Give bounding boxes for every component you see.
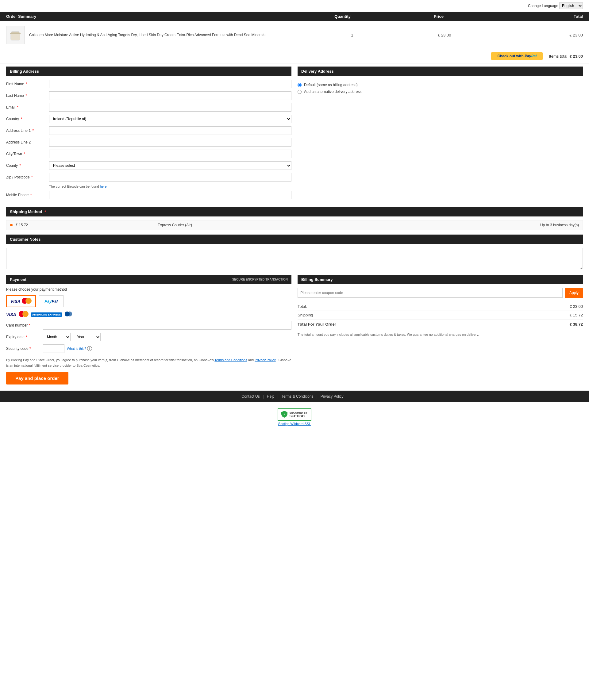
footer-bar: Contact Us | Help | Terms & Conditions |… (0, 391, 589, 402)
footer-sep-2: | (277, 394, 278, 399)
footer-terms-link[interactable]: Terms & Conditions (281, 394, 314, 399)
paypal-logo: PayPal (44, 299, 58, 304)
billing-shipping-line: Shipping € 15.72 (298, 311, 583, 320)
paypal-checkout-button[interactable]: Check out with PayPal (491, 52, 543, 60)
email-required: * (17, 105, 18, 109)
order-summary-header: Order Summary Quantity Price Total (0, 12, 589, 21)
address1-row: Address Line 1 * (6, 126, 291, 135)
footer-sep-4: | (347, 394, 348, 399)
billing-address-header: Billing Address (6, 66, 291, 76)
product-price: € 23.00 (398, 33, 490, 37)
secured-by-badge: S SECURED BY SECTIGO (277, 408, 311, 421)
footer-contact-link[interactable]: Contact Us (241, 394, 259, 399)
phone-row: Mobile Phone * (6, 191, 291, 199)
expiry-month-select[interactable]: Month 010203 040506 070809 101112 (43, 333, 70, 341)
secure-label: SECURE ENCRYPTED TRANSACTION (232, 278, 288, 281)
what-is-this-link[interactable]: What is this? i (67, 346, 92, 351)
phone-label: Mobile Phone * (6, 193, 49, 197)
card-number-input-wrapper (43, 321, 291, 330)
terms-conditions-link[interactable]: Terms and Conditions (214, 358, 247, 362)
last-name-input[interactable] (49, 91, 291, 100)
billing-summary-section: Billing Summary Apply Total: € 23.00 Shi… (298, 275, 583, 384)
expiry-year-select[interactable]: Year 202420252026 2027202820292030 (73, 333, 101, 341)
delivery-address-section: Delivery Address Default (same as billin… (298, 66, 583, 203)
county-required: * (19, 163, 21, 168)
pay-and-place-order-button[interactable]: Pay and place order (6, 372, 68, 384)
expiry-selects: Month 010203 040506 070809 101112 Year 2… (43, 333, 291, 341)
address1-input[interactable] (49, 126, 291, 135)
zip-required: * (31, 175, 33, 180)
shipping-label: Shipping (298, 313, 313, 317)
items-total-label: Items total € 23.00 (549, 54, 583, 59)
first-name-row: First Name * (6, 80, 291, 88)
paypal-method-btn[interactable]: PayPal (39, 295, 63, 307)
county-select[interactable]: Please select Dublin Cork Galway (49, 161, 291, 170)
price-col-header: Price (391, 14, 486, 19)
eircode-hint: The correct Eircode can be found here (49, 185, 291, 188)
customer-notes-textarea[interactable] (6, 248, 583, 269)
shield-icon: S (281, 411, 287, 418)
delivery-alternative-radio[interactable] (298, 90, 302, 94)
card-number-input[interactable] (43, 321, 291, 330)
eircode-link[interactable]: here (100, 185, 107, 188)
address2-row: Address Line 2 (6, 138, 291, 146)
customer-notes-header: Customer Notes (6, 235, 583, 244)
city-required: * (24, 152, 25, 156)
expiry-date-label: Expiry date * (6, 335, 43, 339)
payment-title: Payment (10, 277, 26, 282)
address2-input[interactable] (49, 138, 291, 146)
coupon-input[interactable] (298, 288, 563, 298)
svg-text:S: S (284, 413, 285, 416)
security-code-input[interactable] (43, 344, 64, 353)
email-label: Email * (6, 105, 49, 109)
county-label: County * (6, 163, 49, 168)
email-input[interactable] (49, 103, 291, 112)
footer-privacy-link[interactable]: Privacy Policy (321, 394, 344, 399)
last-name-input-wrapper (49, 91, 291, 100)
last-name-row: Last Name * (6, 91, 291, 100)
zip-input-wrapper (49, 173, 291, 182)
zip-input[interactable] (49, 173, 291, 182)
secured-badge-section: S SECURED BY SECTIGO Sectigo Wildcard SS… (0, 402, 589, 432)
footer-help-link[interactable]: Help (267, 394, 274, 399)
delivery-options: Default (same as billing address) Add an… (298, 80, 583, 99)
first-name-required: * (26, 82, 27, 86)
delivery-option-default: Default (same as billing address) (298, 83, 583, 87)
product-total: € 23.00 (490, 33, 583, 37)
security-code-input-wrapper: What is this? i (43, 344, 291, 353)
mc-logo (22, 298, 32, 305)
total-col-header: Total (487, 14, 583, 19)
first-name-input[interactable] (49, 80, 291, 88)
country-select[interactable]: Ireland (Republic of) United Kingdom Uni… (49, 115, 291, 123)
sectigo-ssl-link[interactable]: Sectigo Wildcard SSL (278, 422, 311, 426)
address1-required: * (32, 128, 34, 133)
county-row: County * Please select Dublin Cork Galwa… (6, 161, 291, 170)
amex-card-logo: AMERICAN EXPRESS (31, 312, 62, 317)
apply-coupon-button[interactable]: Apply (565, 288, 583, 298)
shipping-required-indicator: * (44, 210, 46, 214)
payment-header: Payment SECURE ENCRYPTED TRANSACTION (6, 275, 291, 284)
delivery-address-header: Delivery Address (298, 66, 583, 76)
phone-required: * (30, 193, 32, 197)
city-input[interactable] (49, 149, 291, 158)
email-row: Email * (6, 103, 291, 112)
shipping-method-section: Shipping Method * € 15.72 Express Courie… (6, 207, 583, 230)
language-select[interactable]: English Français Deutsch (559, 2, 583, 9)
delivery-default-radio[interactable] (298, 83, 302, 87)
payment-section: Payment SECURE ENCRYPTED TRANSACTION Ple… (6, 275, 291, 384)
visa-mc-method-btn[interactable]: VISA (6, 295, 36, 307)
zip-label: Zip / Postcode * (6, 175, 49, 180)
country-row: Country * Ireland (Republic of) United K… (6, 115, 291, 123)
city-input-wrapper (49, 149, 291, 158)
address2-input-wrapper (49, 138, 291, 146)
visa-logo: VISA (10, 299, 21, 304)
phone-input[interactable] (49, 191, 291, 199)
delivery-option-alternative: Add an alternative delivery address (298, 89, 583, 94)
shipping-value: € 15.72 (570, 313, 583, 317)
order-item-row: Collagen More Moisture Active Hydrating … (0, 21, 589, 49)
payment-methods: VISA PayPal (6, 295, 291, 307)
choose-payment-label: Please choose your payment method (6, 287, 291, 292)
last-name-required: * (25, 93, 27, 98)
privacy-policy-link[interactable]: Privacy Policy (255, 358, 275, 362)
customer-notes-section: Customer Notes (6, 235, 583, 270)
